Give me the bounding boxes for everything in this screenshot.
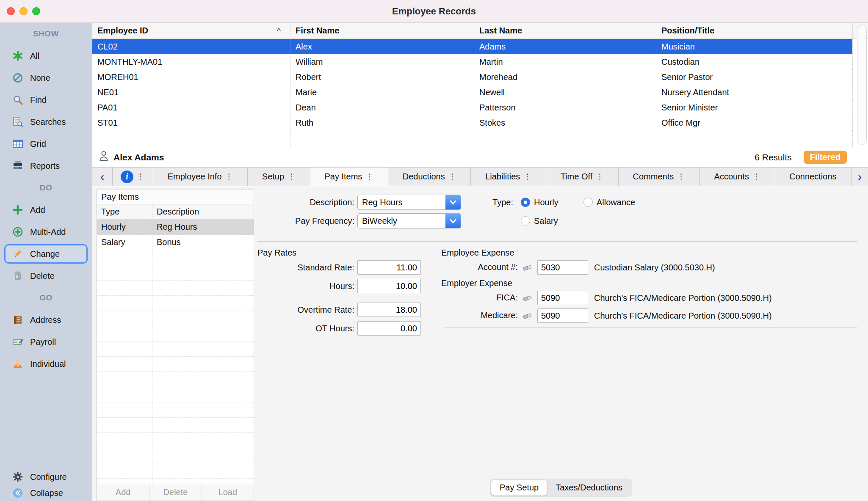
chevron-down-icon[interactable] — [445, 195, 461, 209]
radio-selected-icon — [521, 198, 530, 207]
add-pay-item-button[interactable]: Add — [97, 484, 149, 501]
load-pay-item-button[interactable]: Load — [202, 484, 254, 501]
type-radio-salary[interactable]: Salary — [521, 213, 558, 228]
chevron-down-icon[interactable] — [445, 214, 461, 228]
gear-icon — [12, 471, 24, 483]
tab-liabilities[interactable]: Liabilities ⋮ — [471, 168, 546, 186]
column-header-last-name[interactable]: Last Name — [474, 23, 656, 39]
tab-menu-icon[interactable]: ⋮ — [596, 172, 604, 182]
sidebar-item-searches[interactable]: Searches — [0, 111, 92, 133]
description-label: Description: — [254, 195, 354, 210]
type-radio-hourly[interactable]: Hourly — [521, 195, 558, 210]
description-value: Reg Hours — [358, 195, 445, 209]
tab-menu-icon[interactable]: ⋮ — [523, 172, 531, 182]
tab-connections[interactable]: Connections — [775, 168, 851, 186]
bottom-segmented-control: Pay Setup Taxes/Deductions — [490, 479, 632, 497]
sidebar-section-go: GO — [0, 287, 92, 309]
pay-setup-segment[interactable]: Pay Setup — [491, 480, 547, 495]
type-label: Type: — [462, 195, 513, 210]
minimize-window-button[interactable] — [19, 7, 28, 15]
delete-pay-item-button[interactable]: Delete — [149, 484, 201, 501]
sidebar-item-add[interactable]: Add — [0, 199, 92, 221]
sidebar-item-individual[interactable]: Individual — [0, 353, 92, 375]
no-circle-icon — [12, 72, 24, 84]
sidebar-item-all[interactable]: All — [0, 45, 92, 67]
sidebar-item-multi-add[interactable]: Multi-Add — [0, 221, 92, 243]
sidebar-item-label: Address — [30, 315, 61, 325]
table-row[interactable]: NE01 Marie Newell Nursery Attendant — [92, 85, 868, 100]
pay-item-empty-row — [97, 341, 254, 357]
pay-frequency-dropdown[interactable]: BiWeekly — [357, 213, 461, 228]
standard-rate-input[interactable] — [357, 260, 421, 275]
table-row[interactable]: MOREH01 Robert Morehead Senior Pastor — [92, 69, 868, 85]
sidebar-item-label: Configure — [30, 472, 67, 482]
account-number-input[interactable] — [537, 260, 588, 275]
sidebar-item-collapse[interactable]: Collapse — [0, 485, 92, 501]
sidebar-item-change[interactable]: Change — [4, 244, 88, 264]
tab-menu-icon[interactable]: ⋮ — [448, 172, 456, 182]
sidebar-item-grid[interactable]: Grid — [0, 133, 92, 155]
tab-menu-icon[interactable]: ⋮ — [752, 172, 760, 182]
tab-menu-icon[interactable]: ⋮ — [137, 172, 145, 182]
tab-menu-icon[interactable]: ⋮ — [365, 172, 373, 182]
close-window-button[interactable] — [7, 7, 15, 15]
pay-item-empty-row — [97, 372, 254, 387]
fica-account-input[interactable] — [537, 291, 588, 305]
tab-time-off[interactable]: Time Off ⋮ — [546, 168, 619, 186]
tabs-scroll-back-button[interactable]: ‹ — [92, 168, 113, 186]
tab-menu-icon[interactable]: ⋮ — [677, 172, 685, 182]
pay-item-row[interactable]: Hourly Reg Hours — [97, 220, 254, 235]
sidebar-item-payroll[interactable]: Payroll — [0, 331, 92, 353]
account-lookup-icon[interactable] — [521, 262, 534, 273]
tab-deductions[interactable]: Deductions ⋮ — [388, 168, 471, 186]
tab-menu-icon[interactable]: ⋮ — [225, 172, 233, 182]
tab-menu-icon[interactable]: ⋮ — [287, 172, 296, 182]
table-row[interactable]: CL02 Alex Adams Musician — [92, 39, 868, 54]
column-header-first-name[interactable]: First Name — [290, 23, 474, 39]
tab-pay-items[interactable]: Pay Items ⋮ — [310, 168, 388, 186]
pay-item-empty-row — [97, 448, 254, 463]
sort-ascending-icon[interactable]: ^ — [277, 26, 281, 36]
account-lookup-icon[interactable] — [521, 310, 534, 322]
table-row[interactable]: MONTHLY-MA01 William Martin Custodian — [92, 54, 868, 69]
column-header-position-title[interactable]: Position/Title — [656, 23, 852, 39]
traffic-lights — [7, 7, 40, 15]
table-row[interactable]: ST01 Ruth Stokes Office Mgr — [92, 115, 868, 130]
ot-hours-input[interactable] — [357, 321, 421, 336]
filtered-badge[interactable]: Filtered — [804, 151, 847, 164]
report-printer-icon — [12, 160, 24, 172]
zoom-window-button[interactable] — [32, 7, 40, 15]
sidebar-item-none[interactable]: None — [0, 67, 92, 89]
tabs-scroll-forward-button[interactable]: › — [851, 168, 868, 186]
pay-item-row[interactable]: Salary Bonus — [97, 235, 254, 250]
type-radio-allowance[interactable]: Allowance — [583, 195, 635, 210]
pay-items-buttons: Add Delete Load — [97, 484, 254, 501]
medicare-account-description: Church's FICA/Medicare Portion (3000.509… — [594, 308, 772, 323]
table-row[interactable]: PA01 Dean Patterson Senior Minister — [92, 100, 868, 115]
standard-rate-label: Standard Rate: — [254, 260, 354, 275]
sidebar-item-configure[interactable]: Configure — [0, 469, 92, 485]
hours-input[interactable] — [357, 279, 421, 293]
tab-setup[interactable]: Setup ⋮ — [248, 168, 310, 186]
record-person-icon — [99, 151, 108, 164]
pay-item-empty-row — [97, 418, 254, 433]
sidebar-item-address[interactable]: Address — [0, 309, 92, 331]
tab-employee-info[interactable]: Employee Info ⋮ — [153, 168, 248, 186]
sidebar-item-find[interactable]: Find — [0, 89, 92, 111]
tab-comments[interactable]: Comments ⋮ — [619, 168, 700, 186]
account-lookup-icon[interactable] — [521, 292, 534, 304]
sidebar-item-label: Change — [30, 249, 60, 259]
column-header-employee-id[interactable]: Employee ID ^ — [92, 23, 290, 39]
divider — [257, 241, 857, 242]
tab-accounts[interactable]: Accounts ⋮ — [700, 168, 775, 186]
tab-info[interactable]: i ⋮ — [113, 168, 153, 186]
taxes-deductions-segment[interactable]: Taxes/Deductions — [547, 480, 631, 495]
medicare-account-input[interactable] — [537, 308, 588, 323]
sidebar-item-delete[interactable]: Delete — [0, 265, 92, 287]
sidebar-item-reports[interactable]: Reports — [0, 155, 92, 177]
sidebar-item-label: Individual — [30, 359, 66, 369]
record-bar: Alex Adams 6 Results Filtered — [92, 147, 868, 168]
description-dropdown[interactable]: Reg Hours — [357, 195, 461, 210]
overtime-rate-input[interactable] — [357, 303, 421, 317]
vertical-scrollbar[interactable] — [857, 25, 867, 145]
